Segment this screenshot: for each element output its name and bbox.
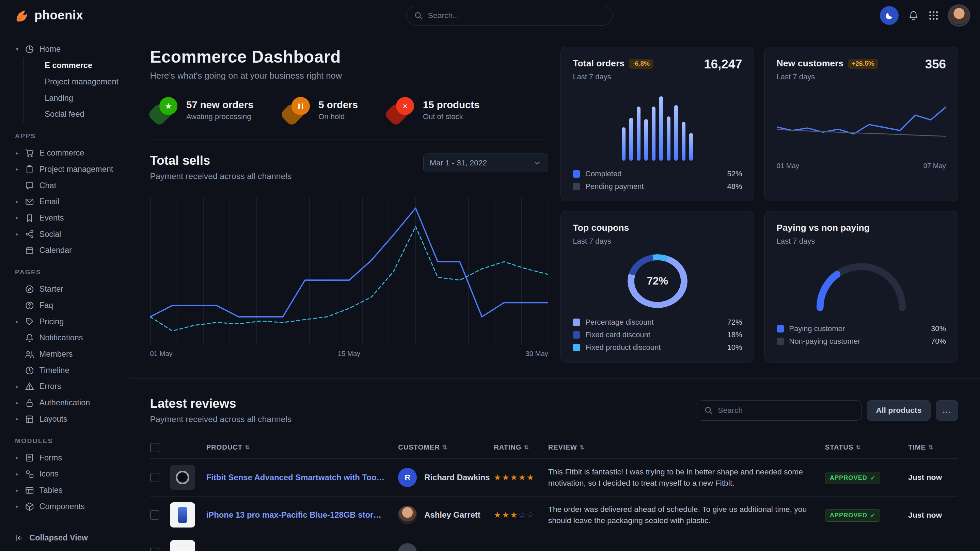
column-header-status[interactable]: STATUS⇅	[825, 443, 908, 451]
sidebar-item-landing[interactable]: Landing	[24, 90, 129, 106]
sidebar-item-events[interactable]: ▸Events	[0, 210, 129, 226]
more-options-button[interactable]: ...	[936, 400, 958, 421]
customer-name: Richard Dawkins	[424, 473, 490, 482]
review-text: This Fitbit is fantastic! I was trying t…	[548, 466, 825, 489]
sidebar-item-forms[interactable]: ▸Forms	[0, 449, 129, 466]
sidebar-item-errors[interactable]: ▸Errors	[0, 378, 129, 395]
top-coupons-donut-chart: 72%	[628, 254, 687, 308]
sidebar-section-modules: MODULES	[15, 437, 129, 445]
total-sells-subtitle: Payment received across all channels	[150, 171, 292, 181]
column-header-product[interactable]: PRODUCT⇅	[170, 443, 398, 451]
sidebar-item-notifications[interactable]: Notifications	[0, 330, 129, 346]
total-sells-chart	[150, 196, 548, 345]
row-checkbox[interactable]	[150, 510, 160, 520]
sidebar-item-faq[interactable]: Faq	[0, 297, 129, 314]
bell-icon	[25, 333, 34, 343]
donut-center-value: 72%	[628, 254, 687, 308]
rating-stars: ★★★☆☆	[494, 510, 548, 520]
user-avatar[interactable]	[948, 5, 970, 26]
app: phoenix ▾ Home E commerce Project manage…	[0, 0, 980, 551]
sidebar-item-icons[interactable]: ▸Icons	[0, 466, 129, 482]
status-badge: APPROVED	[825, 509, 880, 522]
mail-icon	[25, 197, 34, 206]
sidebar-item-calendar[interactable]: Calendar	[0, 242, 129, 259]
sidebar-item-project-management-app[interactable]: ▸Project management	[0, 161, 129, 177]
lock-icon	[25, 398, 34, 408]
caret-right-icon: ▸	[14, 384, 20, 390]
brand-logo[interactable]: phoenix	[14, 8, 83, 23]
global-search-input[interactable]	[428, 11, 605, 20]
card-title: New customers	[777, 58, 844, 68]
card-paying-vs-non-paying: Paying vs non paying Last 7 days Paying …	[764, 211, 958, 362]
product-link[interactable]: Fitbit Sense Advanced Smartwatch with To…	[206, 473, 386, 482]
column-header-review[interactable]: REVIEW⇅	[548, 443, 825, 451]
caret-right-icon: ▸	[14, 503, 20, 510]
sidebar-item-project-management-dashboard[interactable]: Project management	[24, 74, 129, 90]
caret-right-icon: ▸	[14, 166, 20, 172]
sidebar-home-children: E commerce Project management Landing So…	[23, 57, 129, 122]
total-sells-title: Total sells	[150, 154, 292, 168]
sidebar-section-apps: APPS	[15, 132, 129, 140]
column-header-rating[interactable]: RATING⇅	[494, 443, 548, 451]
question-circle-icon	[25, 301, 34, 310]
caret-right-icon: ▸	[14, 319, 20, 325]
status-badge: APPROVED	[825, 472, 880, 484]
sidebar-item-social-feed[interactable]: Social feed	[24, 106, 129, 122]
customer-avatar	[398, 543, 417, 551]
caret-down-icon: ▾	[14, 46, 20, 52]
sidebar-item-starter[interactable]: Starter	[0, 281, 129, 297]
phoenix-logo-icon	[14, 8, 29, 23]
table-icon	[25, 486, 34, 495]
sidebar-item-email[interactable]: ▸Email	[0, 194, 129, 210]
page-subtitle: Here's what's going on at your business …	[150, 71, 548, 81]
form-icon	[25, 453, 34, 462]
caret-right-icon: ▸	[14, 199, 20, 205]
new-customers-x-axis: 01 May 07 May	[777, 162, 946, 170]
cart-icon	[25, 148, 34, 158]
latest-reviews-title: Latest reviews	[150, 397, 292, 411]
sidebar-item-ecommerce-app[interactable]: ▸E commerce	[0, 145, 129, 161]
product-image	[170, 540, 195, 551]
sidebar-item-tables[interactable]: ▸Tables	[0, 482, 129, 499]
sidebar-item-chat[interactable]: Chat	[0, 177, 129, 194]
global-search	[406, 6, 612, 26]
legend-pending: Pending payment48%	[573, 182, 742, 191]
column-header-customer[interactable]: CUSTOMER⇅	[398, 443, 494, 451]
customer-avatar: R	[398, 468, 417, 487]
box-icon	[25, 502, 34, 511]
all-products-filter-button[interactable]: All products	[867, 400, 931, 421]
sidebar-item-authentication[interactable]: ▸Authentication	[0, 395, 129, 411]
sidebar-item-ecommerce-dashboard[interactable]: E commerce	[24, 57, 129, 74]
stat-new-orders: ★ 57 new ordersAwating processing	[150, 97, 254, 123]
sidebar-item-home[interactable]: ▾ Home	[0, 41, 129, 57]
sidebar-item-pricing[interactable]: ▸Pricing	[0, 313, 129, 330]
apps-menu-button[interactable]	[928, 10, 939, 21]
caret-right-icon: ▸	[14, 471, 20, 477]
sidebar-item-timeline[interactable]: Timeline	[0, 362, 129, 378]
product-link[interactable]: iPhone 13 pro max-Pacific Blue-128GB sto…	[206, 510, 386, 520]
row-checkbox[interactable]	[150, 548, 160, 551]
sidebar-item-layouts[interactable]: ▸Layouts	[0, 411, 129, 427]
share-icon	[25, 229, 34, 239]
reviews-search-input[interactable]	[718, 406, 855, 415]
column-header-time[interactable]: TIME⇅	[908, 443, 958, 451]
notifications-button[interactable]	[908, 10, 919, 21]
sidebar-item-components[interactable]: ▸Components	[0, 498, 129, 514]
date-range-select[interactable]: Mar 1 - 31, 2022	[423, 154, 548, 172]
customer-name: Ashley Garrett	[424, 510, 480, 520]
card-new-customers: New customers+26.5% Last 7 days 356 01 M…	[764, 47, 958, 201]
total-sells-x-axis: 01 May 15 May 30 May	[150, 350, 548, 358]
sidebar-item-social[interactable]: ▸Social	[0, 226, 129, 242]
collapsed-view-toggle[interactable]: Collapsed View	[0, 525, 129, 551]
caret-right-icon: ▸	[14, 150, 20, 156]
stats-row: ★ 57 new ordersAwating processing 5 orde…	[150, 97, 548, 140]
star-icon: ★	[159, 97, 177, 115]
legend-fixed-product-discount: Fixed product discount10%	[573, 343, 742, 352]
paying-gauge-chart	[777, 258, 946, 313]
product-image	[170, 502, 195, 527]
moon-icon	[885, 11, 894, 20]
theme-toggle-button[interactable]	[880, 6, 899, 25]
sidebar-item-members[interactable]: Members	[0, 346, 129, 362]
select-all-checkbox[interactable]	[150, 443, 160, 452]
row-checkbox[interactable]	[150, 473, 160, 482]
